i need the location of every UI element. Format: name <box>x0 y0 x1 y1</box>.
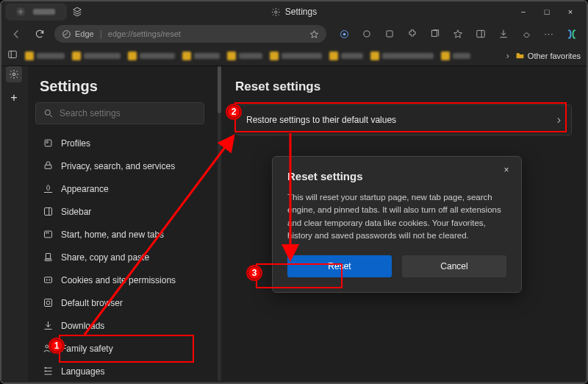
settings-main: Reset settings Restore settings to their… <box>222 66 585 381</box>
svg-rect-19 <box>45 208 52 216</box>
folder-icon <box>515 51 525 60</box>
sidebar-item-appearance[interactable]: Appearance <box>35 177 204 200</box>
url-scheme: Edge <box>62 29 94 39</box>
minimize-button[interactable]: − <box>512 2 535 21</box>
svg-rect-8 <box>477 30 485 37</box>
sidebar-item-cookies-and-site-permissions[interactable]: Cookies and site permissions <box>35 269 204 291</box>
svg-line-14 <box>50 115 53 118</box>
browser-tab[interactable] <box>6 4 66 20</box>
sidebar-item-label: Family safety <box>61 344 113 354</box>
cancel-button[interactable]: Cancel <box>402 255 506 277</box>
bookmark-item[interactable] <box>441 51 470 60</box>
sidebar-item-label: Privacy, search, and services <box>61 161 175 171</box>
browser-window: Settings − □ × Edge | edge://settings/re… <box>0 0 588 384</box>
sidebar-item-label: Sidebar <box>61 207 91 217</box>
svg-point-12 <box>12 73 15 76</box>
svg-rect-25 <box>45 259 51 261</box>
favorite-icon[interactable] <box>309 29 319 39</box>
reset-dialog: × Reset settings This will reset your st… <box>272 156 522 293</box>
collections-icon[interactable] <box>429 28 441 40</box>
dialog-title: Reset settings <box>287 170 506 182</box>
home-tabs-icon <box>43 229 54 240</box>
svg-rect-6 <box>387 31 392 37</box>
settings-sidebar: Settings ProfilesPrivacy, search, and se… <box>35 74 204 381</box>
settings-tab-icon <box>15 7 26 17</box>
scrollbar-thumb[interactable] <box>218 66 221 113</box>
sidebar-item-default-browser[interactable]: Default browser <box>35 291 204 314</box>
menu-more-icon[interactable]: ··· <box>543 28 555 40</box>
bookmark-item[interactable] <box>72 51 121 60</box>
svg-rect-26 <box>45 277 52 283</box>
svg-point-22 <box>46 232 46 233</box>
svg-rect-17 <box>45 165 51 168</box>
ext-icon-4[interactable] <box>520 28 532 40</box>
svg-rect-21 <box>45 231 52 238</box>
svg-point-13 <box>45 110 50 115</box>
settings-heading: Settings <box>40 78 200 95</box>
sidebar-item-label: Appearance <box>61 184 109 194</box>
back-button[interactable] <box>7 25 25 43</box>
downloads-icon[interactable] <box>498 28 509 40</box>
sidebar-item-start-home-and-new-tabs[interactable]: Start, home, and new tabs <box>35 223 204 246</box>
annotation-badge-2: 2 <box>226 104 242 120</box>
search-icon <box>43 108 54 118</box>
appearance-icon <box>43 183 54 194</box>
toolbar-icons: ··· <box>338 28 581 40</box>
bookmark-item[interactable] <box>370 51 434 60</box>
edge-icon <box>62 29 71 39</box>
address-bar: Edge | edge://settings/reset ··· <box>1 22 587 46</box>
search-input[interactable] <box>60 108 196 118</box>
sidebar-item-sidebar[interactable]: Sidebar <box>35 200 204 223</box>
copilot-icon[interactable] <box>566 28 578 40</box>
window-title-text: Settings <box>285 7 317 17</box>
profile-icon <box>43 138 54 149</box>
new-tab-button[interactable]: + <box>6 90 22 106</box>
ext-icon-3[interactable] <box>384 28 395 40</box>
url-text: edge://settings/reset <box>108 29 181 38</box>
sidepanel-icon[interactable] <box>475 28 487 40</box>
dialog-close-button[interactable]: × <box>499 163 514 177</box>
maximize-button[interactable]: □ <box>535 2 559 21</box>
bookmark-item[interactable] <box>128 51 175 60</box>
browser-icon <box>43 297 54 308</box>
bookmark-item[interactable] <box>227 51 262 60</box>
other-favorites[interactable]: Other favorites <box>515 51 581 60</box>
restore-label: Restore settings to their default values <box>246 115 396 125</box>
reset-button[interactable]: Reset <box>287 255 392 277</box>
sidebar-item-share-copy-and-paste[interactable]: Share, copy and paste <box>35 246 204 269</box>
language-icon <box>43 366 54 377</box>
svg-point-5 <box>364 31 370 37</box>
extensions-icon[interactable] <box>406 28 418 40</box>
sidebar-item-privacy-search-and-services[interactable]: Privacy, search, and services <box>35 154 204 177</box>
sidebar-item-label: Profiles <box>61 138 90 149</box>
svg-point-23 <box>48 232 49 233</box>
sidebar-item-label: Languages <box>61 366 104 377</box>
svg-point-31 <box>46 345 49 348</box>
bookmark-item[interactable] <box>25 51 65 60</box>
restore-defaults-row[interactable]: Restore settings to their default values… <box>235 104 572 135</box>
svg-point-27 <box>46 280 47 280</box>
refresh-button[interactable] <box>31 25 49 43</box>
ext-icon-1[interactable] <box>338 28 350 40</box>
close-window-button[interactable]: × <box>559 2 582 21</box>
sidebar-item-profiles[interactable]: Profiles <box>35 132 204 154</box>
bookmark-item[interactable] <box>270 51 322 60</box>
search-settings[interactable] <box>35 102 204 124</box>
bookmark-item[interactable] <box>182 51 220 60</box>
bookmark-vertical-tabs-icon[interactable] <box>7 49 18 62</box>
ext-icon-2[interactable] <box>361 28 373 40</box>
workspace-icon[interactable] <box>72 7 82 17</box>
vtab-settings[interactable] <box>6 66 22 82</box>
window-title: Settings <box>271 7 317 17</box>
sidebar-item-downloads[interactable]: Downloads <box>35 314 204 337</box>
clipboard-icon <box>43 252 54 263</box>
address-field[interactable]: Edge | edge://settings/reset <box>54 25 326 43</box>
bookmark-item[interactable] <box>329 51 363 60</box>
svg-rect-15 <box>45 140 51 146</box>
lock-icon <box>43 160 54 171</box>
titlebar: Settings − □ × <box>1 1 587 22</box>
sidebar-item-label: Cookies and site permissions <box>61 275 176 285</box>
favorites-icon[interactable] <box>452 28 464 40</box>
sidebar-item-languages[interactable]: Languages <box>35 360 204 381</box>
bookmarks-overflow[interactable]: › <box>506 51 509 61</box>
